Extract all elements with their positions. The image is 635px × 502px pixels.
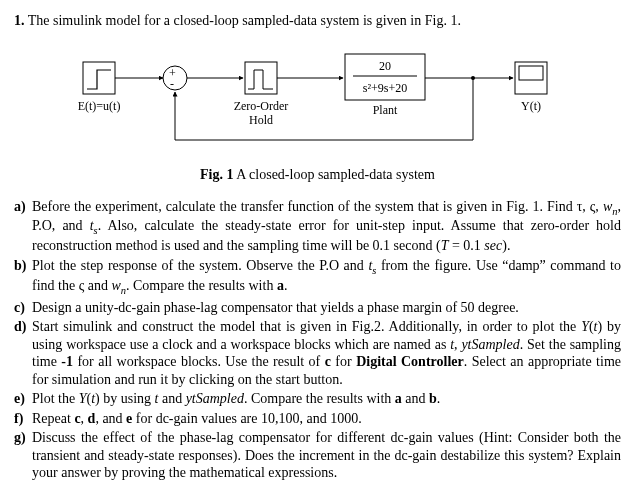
part-a-body: Before the experiment, calculate the tra… (32, 198, 621, 255)
part-b: b) Plot the step response of the system.… (14, 257, 621, 297)
part-g-body: Discuss the effect of the phase-lag comp… (32, 429, 621, 482)
input-label: E(t)=u(t) (77, 99, 120, 113)
part-a-label: a) (14, 198, 32, 255)
svg-rect-11 (515, 62, 547, 94)
svg-point-16 (471, 76, 475, 80)
caption-rest: A closed-loop sampled-data system (234, 167, 435, 182)
part-e-label: e) (14, 390, 32, 408)
part-f: f) Repeat c, d, and e for dc-gain values… (14, 410, 621, 428)
part-d: d) Start simulink and construct the mode… (14, 318, 621, 388)
part-f-label: f) (14, 410, 32, 428)
part-d-label: d) (14, 318, 32, 388)
part-g: g) Discuss the effect of the phase-lag c… (14, 429, 621, 482)
svg-text:-: - (170, 77, 174, 91)
part-e: e) Plot the Y(t) by using t and ytSample… (14, 390, 621, 408)
part-f-body: Repeat c, d, and e for dc-gain values ar… (32, 410, 621, 428)
part-b-body: Plot the step response of the system. Ob… (32, 257, 621, 297)
caption-bold: Fig. 1 (200, 167, 233, 182)
part-c-body: Design a unity-dc-gain phase-lag compens… (32, 299, 621, 317)
zoh-label-2: Hold (249, 113, 273, 127)
simulink-diagram-svg: E(t)=u(t) + - Zero-Order Hold 20 s²+9s+2… (73, 40, 563, 150)
question-intro: 1. The simulink model for a closed-loop … (14, 12, 621, 30)
part-e-body: Plot the Y(t) by using t and ytSampled. … (32, 390, 621, 408)
question-number: 1. (14, 13, 25, 28)
part-a: a) Before the experiment, calculate the … (14, 198, 621, 255)
question-text: The simulink model for a closed-loop sam… (28, 13, 461, 28)
zoh-label-1: Zero-Order (233, 99, 288, 113)
output-label: Y(t) (521, 99, 541, 113)
question-parts: a) Before the experiment, calculate the … (14, 198, 621, 482)
svg-rect-12 (519, 66, 543, 80)
part-c-label: c) (14, 299, 32, 317)
part-d-body: Start simulink and construct the model t… (32, 318, 621, 388)
block-diagram: E(t)=u(t) + - Zero-Order Hold 20 s²+9s+2… (14, 40, 621, 155)
plant-numerator: 20 (379, 59, 391, 73)
plant-label: Plant (372, 103, 397, 117)
plant-denominator: s²+9s+20 (362, 81, 406, 95)
part-g-label: g) (14, 429, 32, 482)
part-b-label: b) (14, 257, 32, 297)
part-c: c) Design a unity-dc-gain phase-lag comp… (14, 299, 621, 317)
figure-caption: Fig. 1 A closed-loop sampled-data system (14, 166, 621, 184)
